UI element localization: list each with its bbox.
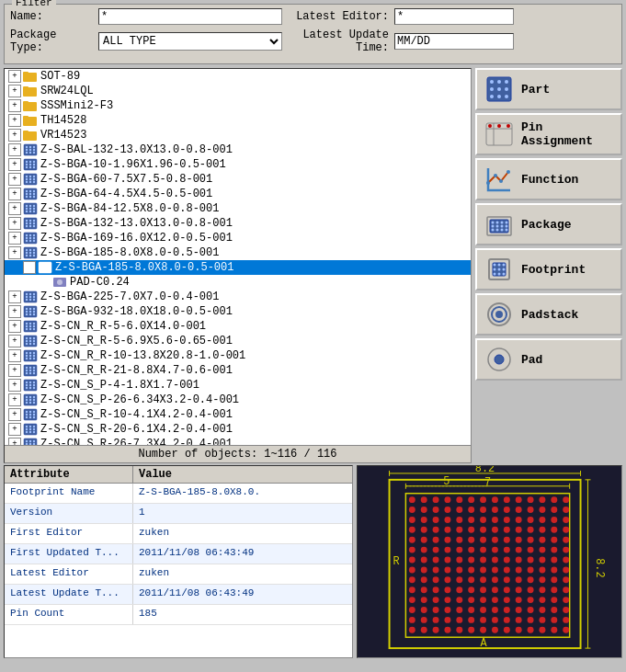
tree-item[interactable]: +Z-S-CN_S_R-26-7.3X4.2-0.4-001 (5, 437, 471, 445)
svg-point-13 (33, 146, 35, 148)
svg-point-158 (33, 370, 35, 371)
svg-point-195 (33, 426, 35, 427)
svg-point-350 (421, 527, 427, 533)
expand-btn[interactable]: + (8, 305, 21, 318)
preview-area: 8.2 7 5 8.2 R A // Draw BGA dots const s… (357, 465, 622, 658)
svg-point-264 (492, 222, 495, 224)
tree-item[interactable]: +SOT-89 (5, 69, 471, 84)
tree-item[interactable]: +TH14528 (5, 113, 471, 128)
svg-point-331 (504, 507, 510, 513)
expand-btn[interactable]: + (8, 158, 21, 171)
tree-item[interactable]: +Z-S-BGA-132-13.0X13.0-0.8-001 (5, 216, 471, 231)
expand-btn[interactable]: + (8, 202, 21, 215)
name-input[interactable] (98, 8, 282, 25)
tree-item[interactable]: +VR14523 (5, 128, 471, 142)
expand-btn[interactable]: + (8, 129, 21, 142)
tree-item[interactable]: +Z-S-CN_R_R-5-6.0X14.0-001 (5, 319, 471, 334)
tree-item[interactable]: +Z-S-BGA-64-4.5X4.5-0.5-001 (5, 187, 471, 201)
svg-point-436 (516, 587, 522, 593)
expand-btn[interactable]: + (8, 217, 21, 230)
tree-item-label: Z-S-BGA-225-7.0X7.0-0.4-001 (40, 290, 219, 303)
tree-item[interactable]: +Z-S-BAL-132-13.0X13.0-0.8-001 (5, 142, 471, 157)
tree-scroll-area[interactable]: +SOT-89+SRW24LQL+SSSMini2-F3+TH14528+VR1… (5, 69, 471, 445)
expand-btn[interactable]: + (8, 393, 21, 406)
svg-point-441 (421, 597, 427, 603)
sidebar-btn-padstack[interactable]: Padstack (475, 293, 622, 336)
svg-point-272 (492, 229, 495, 232)
sidebar-btn-pad[interactable]: Pad (475, 338, 622, 381)
expand-btn[interactable]: + (8, 379, 21, 392)
svg-point-193 (26, 426, 28, 427)
expand-btn[interactable]: + (8, 232, 21, 245)
tree-item[interactable]: +Z-S-BGA-60-7.5X7.5-0.8-001 (5, 172, 471, 187)
sidebar-btn-package[interactable]: Package (475, 203, 622, 245)
svg-point-326 (444, 507, 450, 513)
latest-editor-input[interactable] (394, 8, 514, 25)
svg-point-321 (539, 496, 545, 503)
tree-item-label: SSSMini2-F3 (40, 99, 113, 112)
svg-point-421 (492, 576, 498, 583)
svg-point-499 (563, 566, 569, 573)
sidebar-btn-label-function: Function (521, 173, 578, 187)
tree-item[interactable]: -Z-S-BGA-185-8.0X8.0-0.5-001 (5, 260, 471, 275)
latest-update-input[interactable] (394, 33, 514, 50)
expand-btn[interactable]: + (8, 114, 21, 127)
tree-item[interactable]: +Z-S-CN_S_P-4-1.8X1.7-001 (5, 378, 471, 393)
tree-item[interactable]: +Z-S-CN_S_R-20-6.1X4.2-0.4-001 (5, 422, 471, 437)
tree-item[interactable]: +Z-S-CN_S_P-26-6.34X3.2-0.4-001 (5, 393, 471, 407)
sidebar-btn-pin-assignment[interactable]: Pin Assignment (475, 113, 622, 155)
expand-btn[interactable]: + (8, 290, 21, 303)
expand-btn[interactable]: + (8, 173, 21, 186)
expand-btn[interactable]: + (8, 246, 21, 259)
tree-item[interactable]: +Z-S-BGA-185-8.0X8.0-0.5-001 (5, 245, 471, 260)
expand-btn[interactable]: + (8, 99, 21, 112)
tree-item[interactable]: +Z-S-BGA-10-1.96X1.96-0.5-001 (5, 157, 471, 172)
svg-point-314 (456, 496, 462, 503)
package-type-label: Package Type: (10, 28, 93, 54)
svg-point-401 (409, 566, 415, 573)
tree-item[interactable]: +SRW24LQL (5, 84, 471, 98)
svg-point-336 (409, 517, 415, 523)
sidebar-btn-part[interactable]: Part (475, 68, 622, 110)
expand-btn[interactable]: + (8, 364, 21, 377)
expand-btn[interactable]: + (8, 408, 21, 421)
svg-point-82 (29, 249, 31, 251)
expand-btn[interactable]: + (8, 423, 21, 436)
tree-item[interactable]: +Z-S-BGA-169-16.0X12.0-0.5-001 (5, 231, 471, 245)
tree-item[interactable]: +Z-S-BGA-932-18.0X18.0-0.5-001 (5, 304, 471, 319)
svg-point-265 (496, 222, 499, 224)
expand-btn[interactable]: + (8, 320, 21, 333)
tree-panel: +SOT-89+SRW24LQL+SSSMini2-F3+TH14528+VR1… (4, 68, 472, 463)
expand-btn[interactable]: + (8, 438, 21, 445)
package-type-select[interactable]: ALL TYPE (98, 32, 282, 51)
tree-item[interactable]: +Z-S-CN_R_R-5-6.9X5.6-0.65-001 (5, 334, 471, 348)
sidebar-btn-footprint[interactable]: Footprint (475, 248, 622, 290)
svg-point-275 (506, 229, 508, 232)
svg-point-93 (48, 264, 50, 266)
expand-btn[interactable]: + (8, 70, 21, 83)
expand-btn[interactable]: + (8, 85, 21, 97)
svg-point-386 (539, 547, 545, 553)
tree-item[interactable]: +Z-S-BGA-84-12.5X8.0-0.8-001 (5, 201, 471, 216)
expand-btn[interactable]: + (8, 335, 21, 347)
expand-btn[interactable]: + (8, 349, 21, 362)
svg-point-379 (456, 547, 462, 553)
sidebar-btn-function[interactable]: Function (475, 158, 622, 200)
tree-item[interactable]: +Z-S-CN_S_R-10-4.1X4.2-0.4-001 (5, 407, 471, 422)
svg-point-34 (26, 178, 28, 180)
svg-point-449 (516, 597, 522, 603)
tree-item[interactable]: +Z-S-CN_R_R-10-13.8X20.8-1.0-001 (5, 348, 471, 363)
expand-btn[interactable]: + (8, 188, 21, 200)
expand-btn[interactable]: - (23, 261, 36, 274)
tree-item[interactable]: +SSSMini2-F3 (5, 98, 471, 113)
svg-point-313 (444, 496, 450, 503)
svg-point-180 (29, 402, 31, 404)
svg-point-341 (468, 517, 474, 523)
svg-point-81 (26, 249, 28, 251)
tree-item[interactable]: +Z-S-CN_R_R-21-8.8X4.7-0.6-001 (5, 363, 471, 378)
expand-btn[interactable]: + (8, 143, 21, 156)
svg-point-460 (492, 607, 498, 613)
tree-item[interactable]: +Z-S-BGA-225-7.0X7.0-0.4-001 (5, 290, 471, 304)
svg-point-457 (456, 607, 462, 613)
tree-item[interactable]: PAD-C0.24 (5, 275, 471, 290)
